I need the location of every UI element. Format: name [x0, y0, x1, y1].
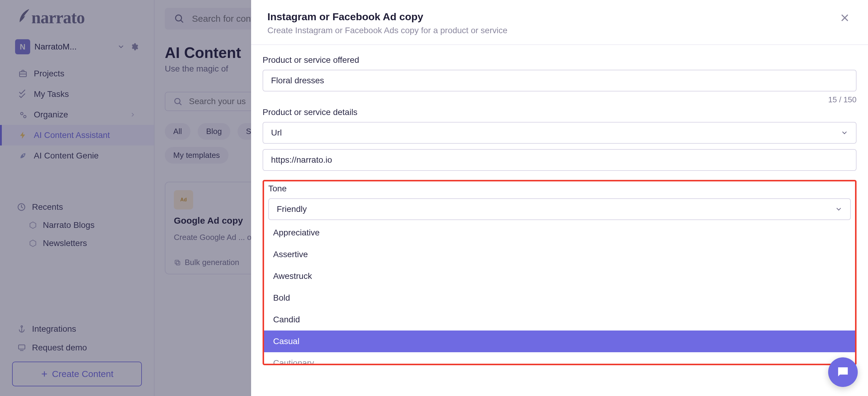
tone-select[interactable]: Friendly	[268, 198, 851, 220]
details-type-value: Url	[271, 128, 282, 138]
chevron-down-icon	[835, 206, 842, 213]
modal-subtitle: Create Instagram or Facebook Ads copy fo…	[268, 26, 838, 35]
modal: Instagram or Facebook Ad copy Create Ins…	[251, 0, 868, 396]
tone-option-assertive[interactable]: Assertive	[264, 244, 855, 265]
char-count: 15 / 150	[262, 95, 857, 104]
tone-selected-value: Friendly	[277, 204, 307, 214]
modal-header: Instagram or Facebook Ad copy Create Ins…	[251, 0, 868, 45]
details-label: Product or service details	[262, 108, 857, 117]
tone-option-candid[interactable]: Candid	[264, 309, 855, 331]
tone-section: Tone Friendly Appreciative Assertive Awe…	[262, 180, 857, 365]
details-url-input[interactable]	[262, 149, 857, 171]
modal-title: Instagram or Facebook Ad copy	[268, 11, 838, 23]
modal-body: Product or service offered 15 / 150 Prod…	[251, 45, 868, 396]
chat-fab[interactable]	[828, 357, 858, 387]
chevron-down-icon	[841, 129, 848, 136]
product-input[interactable]	[262, 70, 857, 91]
tone-label: Tone	[264, 184, 855, 193]
close-icon[interactable]	[838, 11, 852, 25]
tone-options-list: Appreciative Assertive Awestruck Bold Ca…	[264, 222, 855, 364]
product-label: Product or service offered	[262, 55, 857, 65]
chat-icon	[836, 365, 850, 379]
tone-option-awestruck[interactable]: Awestruck	[264, 265, 855, 287]
tone-option-cautionary[interactable]: Cautionary	[264, 352, 855, 364]
tone-option-casual[interactable]: Casual	[264, 331, 855, 352]
modal-backdrop[interactable]: Instagram or Facebook Ad copy Create Ins…	[0, 0, 868, 396]
tone-option-bold[interactable]: Bold	[264, 287, 855, 309]
details-type-select[interactable]: Url	[262, 122, 857, 144]
tone-option-appreciative[interactable]: Appreciative	[264, 222, 855, 244]
